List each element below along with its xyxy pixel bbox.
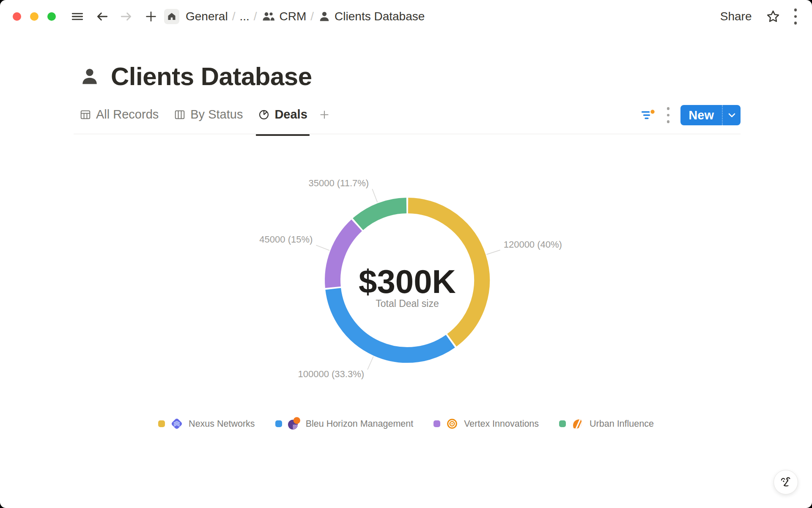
share-button[interactable]: Share — [720, 10, 752, 23]
breadcrumb-collapsed-more[interactable]: ... — [239, 10, 249, 23]
donut-segment-bleu-horizon-management[interactable] — [333, 289, 450, 355]
add-view-plus-icon[interactable] — [317, 105, 332, 125]
breadcrumb-crm-label: CRM — [280, 10, 307, 23]
breadcrumb-item-crm[interactable]: CRM — [261, 10, 307, 23]
breadcrumb-item-clients-database[interactable]: Clients Database — [318, 10, 425, 23]
donut-segment-urban-influence[interactable] — [358, 206, 406, 224]
vertex-innovations-logo — [445, 417, 459, 431]
ai-face-icon — [779, 475, 793, 489]
new-record-button[interactable]: New — [680, 105, 741, 125]
home-icon — [167, 12, 176, 21]
legend-label: Nexus Networks — [189, 419, 255, 429]
back-arrow-icon[interactable] — [95, 9, 109, 24]
board-icon — [174, 109, 186, 121]
nav-controls — [70, 9, 158, 24]
new-page-plus-icon[interactable] — [144, 9, 158, 24]
segment-value-label: 120000 (40%) — [504, 239, 562, 250]
tab-by-status[interactable]: By Status — [168, 103, 249, 126]
segment-value-label: 45000 (15%) — [259, 234, 313, 245]
breadcrumb-separator: / — [310, 10, 314, 23]
view-tabs-bar: All Records By Status Deals — [74, 103, 741, 134]
home-button[interactable] — [164, 9, 179, 24]
topbar: General / ... / CRM / Cli — [0, 0, 812, 33]
label-leader-line — [316, 245, 329, 250]
view-tabs: All Records By Status Deals — [74, 103, 332, 126]
filter-active-badge — [650, 109, 655, 114]
topbar-actions: Share — [720, 8, 797, 25]
notion-ai-button[interactable] — [774, 470, 798, 494]
breadcrumb-separator: / — [254, 10, 257, 23]
segment-value-label: 35000 (11.7%) — [309, 178, 369, 188]
legend-label: Vertex Innovations — [464, 419, 539, 429]
bleu-horizon-logo — [287, 417, 301, 431]
pie-chart-icon — [258, 109, 270, 121]
person-icon — [318, 10, 331, 23]
view-toolbar: New — [641, 103, 741, 125]
view-more-options-icon[interactable] — [667, 107, 670, 123]
legend-color-swatch — [158, 420, 165, 427]
legend-item-vertex-innovations[interactable]: Vertex Innovations — [433, 417, 539, 431]
legend-color-swatch — [275, 420, 282, 427]
tab-all-records[interactable]: All Records — [74, 103, 165, 126]
zoom-window-button[interactable] — [47, 12, 56, 21]
donut-center-label: Total Deal size — [376, 298, 439, 309]
tab-label: By Status — [190, 108, 243, 121]
tab-label: All Records — [96, 108, 159, 121]
page-title[interactable]: Clients Database — [111, 62, 312, 91]
legend-item-bleu-horizon-management[interactable]: Bleu Horizon Management — [275, 417, 414, 431]
chart-legend: Nexus NetworksBleu Horizon ManagementVer… — [0, 417, 812, 431]
minimize-window-button[interactable] — [30, 12, 38, 21]
chevron-down-icon — [728, 113, 735, 118]
label-leader-line — [372, 189, 377, 202]
donut-segment-nexus-networks[interactable] — [408, 206, 482, 340]
tab-label: Deals — [274, 108, 307, 121]
new-button-label: New — [680, 105, 722, 125]
legend-label: Bleu Horizon Management — [306, 419, 414, 429]
donut-center-value: $300K — [359, 263, 456, 300]
legend-item-urban-influence[interactable]: Urban Influence — [559, 417, 654, 431]
segment-value-label: 100000 (33.3%) — [298, 369, 364, 379]
page-person-icon — [80, 66, 100, 87]
legend-label: Urban Influence — [590, 419, 654, 429]
page-header: Clients Database — [80, 62, 312, 91]
breadcrumb-separator: / — [232, 10, 236, 23]
favorite-star-icon[interactable] — [765, 9, 781, 24]
legend-color-swatch — [559, 420, 566, 427]
screen: General / ... / CRM / Cli — [0, 0, 812, 508]
filter-sort-icon[interactable] — [641, 109, 656, 121]
breadcrumb: General / ... / CRM / Cli — [186, 10, 425, 23]
close-window-button[interactable] — [13, 12, 21, 21]
breadcrumb-item-general[interactable]: General — [186, 10, 228, 23]
forward-arrow-icon[interactable] — [119, 9, 134, 24]
tab-deals[interactable]: Deals — [252, 103, 313, 126]
window-controls — [13, 12, 56, 21]
sidebar-menu-icon[interactable] — [70, 9, 85, 24]
more-options-icon[interactable] — [794, 8, 797, 25]
donut-segment-vertex-innovations[interactable] — [333, 225, 357, 287]
nexus-networks-logo — [170, 417, 184, 431]
urban-influence-logo — [571, 417, 585, 431]
table-icon — [80, 109, 91, 121]
people-icon — [261, 10, 276, 23]
app-window: General / ... / CRM / Cli — [0, 0, 812, 508]
label-leader-line — [486, 250, 500, 255]
legend-item-nexus-networks[interactable]: Nexus Networks — [158, 417, 255, 431]
breadcrumb-page-label: Clients Database — [335, 10, 425, 23]
new-button-dropdown[interactable] — [722, 105, 741, 125]
label-leader-line — [368, 356, 373, 370]
legend-color-swatch — [433, 420, 440, 427]
